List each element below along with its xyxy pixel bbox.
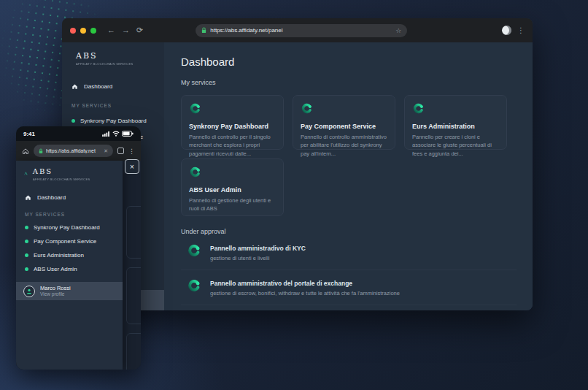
mobile-menu-item-abs-user-admin[interactable]: ABS User Admin [16, 266, 123, 272]
mobile-menu-item-label: Pay Component Service [34, 238, 96, 245]
battery-icon [122, 131, 134, 137]
sidebar-item-label: Synkrony Pay Dashboard [80, 118, 147, 124]
mobile-page: ABS AFFIDATY BLOCKCHAIN SERVICES Dashboa… [16, 161, 141, 370]
profile-name: Marco Rossi [40, 285, 71, 291]
home-icon [25, 194, 31, 201]
my-services-section-label: My services [181, 79, 517, 86]
card-description: Pannello di controllo per il singolo mer… [189, 133, 276, 158]
approval-item-kyc[interactable]: Pannello amministradivo di KYC gestione … [181, 235, 517, 270]
profile-avatar [23, 286, 35, 297]
back-icon[interactable]: ← [107, 26, 115, 34]
bookmark-star-icon[interactable]: ☆ [395, 27, 401, 34]
card-title: Synkrony Pay Dashboard [189, 123, 276, 130]
home-icon[interactable] [22, 148, 29, 155]
card-description: Pannello per creare i cloni e associare … [412, 133, 499, 158]
reload-icon[interactable]: ⟳ [136, 26, 143, 34]
approval-subtitle: gestione di escrow, bonifici, withdraw e… [210, 290, 400, 297]
mobile-menu-item-label: ABS User Admin [34, 266, 77, 272]
window-minimize-traffic-light[interactable] [80, 28, 86, 34]
mobile-menu-drawer: ABS AFFIDATY BLOCKCHAIN SERVICES Dashboa… [16, 161, 123, 370]
url-clear-icon[interactable]: ✕ [104, 148, 108, 154]
mobile-menu-item-synkrony-pay-dashboard[interactable]: Synkrony Pay Dashboard [16, 224, 123, 231]
mobile-address-bar[interactable]: https://abs.affidaty.net ✕ [34, 145, 113, 157]
card-description: Pannello di gestione degli utenti e ruol… [189, 196, 276, 213]
sidebar-item-dashboard[interactable]: Dashboard [62, 83, 164, 90]
mobile-menu-item-label: Synkrony Pay Dashboard [34, 224, 100, 231]
card-title: Eurs Administration [412, 123, 499, 130]
mobile-menu-section-label: MY SERVICES [16, 212, 123, 217]
browser-menu-icon[interactable]: ⋮ [517, 26, 525, 34]
service-card-pay-component-service[interactable]: Pay Component Service Pannello di contro… [293, 95, 395, 150]
browser-chrome-bar: ← → ⟳ https://abs.affidaty.net/panel ☆ ⋮ [62, 18, 533, 42]
service-dot-icon [25, 226, 28, 229]
mobile-menu-item-label: Dashboard [37, 194, 66, 201]
sidebar-item-label: Dashboard [84, 83, 112, 90]
approval-title: Pannello amministradivo di KYC [210, 245, 306, 252]
url-text: https://abs.affidaty.net/panel [210, 27, 282, 34]
mobile-url-text: https://abs.affidaty.net [46, 148, 96, 153]
close-icon: × [130, 163, 134, 171]
approval-subtitle: gestione di utenti e livelli [210, 255, 306, 261]
sidebar-item-synkrony-pay-dashboard[interactable]: Synkrony Pay Dashboard [62, 118, 164, 124]
approval-item-exchange[interactable]: Pannello amministrativo del portale di e… [181, 270, 517, 305]
mobile-browser-bar: https://abs.affidaty.net ✕ ⋮ [16, 141, 141, 161]
wifi-icon [112, 131, 120, 137]
mobile-profile-row[interactable]: Marco Rossi View profile [16, 282, 123, 300]
card-description: Pannello di controllo amministrativo per… [301, 133, 387, 158]
tab-switcher-icon[interactable] [117, 148, 124, 154]
service-swirl-icon [189, 166, 201, 178]
window-zoom-traffic-light[interactable] [90, 28, 96, 34]
mobile-menu-item-dashboard[interactable]: Dashboard [16, 194, 123, 201]
home-icon [71, 83, 78, 90]
service-dot-icon [25, 253, 28, 257]
service-card-eurs-administration[interactable]: Eurs Administration Pannello per creare … [404, 95, 507, 150]
service-swirl-icon [189, 102, 201, 115]
abs-logo-mark-icon [24, 168, 28, 179]
drawer-close-button[interactable]: × [125, 159, 139, 174]
dimmed-card-outline [126, 267, 141, 324]
service-dot-icon [71, 119, 75, 123]
dimmed-card-outline [126, 333, 141, 370]
service-card-synkrony-pay-dashboard[interactable]: Synkrony Pay Dashboard Pannello di contr… [181, 95, 284, 150]
lock-icon [201, 27, 206, 34]
mobile-menu-icon[interactable]: ⋮ [128, 148, 135, 155]
status-time: 9:41 [23, 131, 35, 137]
mobile-menu-item-label: Eurs Administration [34, 252, 84, 259]
service-swirl-icon [187, 278, 201, 293]
under-approval-section-label: Under approval [181, 228, 517, 235]
sidebar-section-label: MY SERVICES [62, 103, 164, 108]
card-title: Pay Component Service [301, 123, 387, 130]
lock-icon [39, 148, 43, 154]
mobile-menu-item-eurs-administration[interactable]: Eurs Administration [16, 252, 123, 259]
logo-name: ABS [76, 52, 158, 60]
logo-name: ABS [33, 168, 115, 175]
mobile-menu-item-pay-component-service[interactable]: Pay Component Service [16, 238, 123, 245]
cellular-signal-icon [102, 131, 110, 137]
service-swirl-icon [301, 102, 313, 115]
dashboard-main: Dashboard My services Synkrony Pay Dashb… [164, 42, 533, 310]
browser-profile-avatar[interactable] [502, 26, 511, 35]
page-title: Dashboard [181, 56, 517, 68]
mobile-status-bar: 9:41 [16, 126, 141, 141]
profile-view-link[interactable]: View profile [40, 291, 71, 297]
address-bar[interactable]: https://abs.affidaty.net/panel ☆ [196, 24, 407, 37]
forward-icon[interactable]: → [122, 26, 130, 34]
dimmed-card-outline [126, 206, 141, 259]
window-close-traffic-light[interactable] [70, 28, 76, 34]
service-dot-icon [25, 267, 28, 271]
service-card-abs-user-admin[interactable]: ABS User Admin Pannello di gestione degl… [181, 158, 284, 216]
logo-subtitle: AFFIDATY BLOCKCHAIN SERVICES [33, 177, 90, 180]
service-swirl-icon [412, 102, 425, 115]
abs-logo: ABS AFFIDATY BLOCKCHAIN SERVICES [16, 168, 123, 182]
service-swirl-icon [187, 243, 201, 258]
card-title: ABS User Admin [189, 186, 276, 194]
mobile-phone-window: 9:41 http [16, 126, 141, 370]
logo-subtitle: AFFIDATY BLOCKCHAIN SERVICES [76, 62, 134, 65]
person-icon [26, 288, 33, 295]
abs-logo: ABS AFFIDATY BLOCKCHAIN SERVICES [62, 42, 164, 66]
service-dot-icon [25, 240, 28, 243]
approval-title: Pannello amministrativo del portale di e… [210, 280, 400, 287]
